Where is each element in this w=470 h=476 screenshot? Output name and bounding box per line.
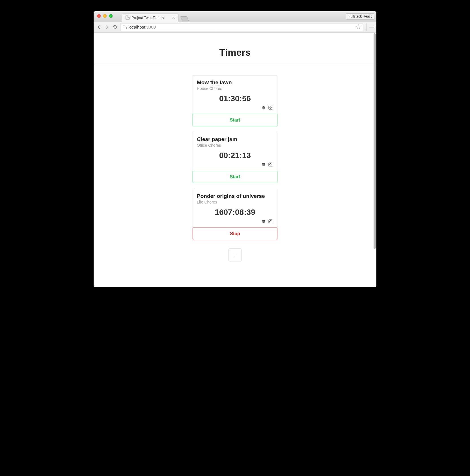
edit-icon[interactable] <box>268 105 273 111</box>
trash-icon[interactable] <box>261 105 266 111</box>
timer-list: Mow the lawnHouse Chores01:30:56StartCle… <box>193 75 277 240</box>
file-icon <box>123 25 127 29</box>
browser-window: Project Two: Timers × Fullstack React lo… <box>94 11 376 287</box>
menu-button[interactable] <box>366 23 374 31</box>
timer-project: Office Chores <box>197 143 273 148</box>
svg-rect-0 <box>269 106 272 109</box>
timer-title: Mow the lawn <box>197 79 273 86</box>
browser-tab[interactable]: Project Two: Timers × <box>122 14 178 21</box>
trash-icon[interactable] <box>261 219 266 225</box>
timer-card: Ponder origins of universeLife Chores160… <box>193 189 277 240</box>
reload-button[interactable] <box>112 25 117 30</box>
forward-button[interactable] <box>104 25 109 30</box>
new-tab-button[interactable] <box>180 16 189 21</box>
url-host: localhost <box>128 25 145 29</box>
edit-icon[interactable] <box>268 219 273 225</box>
svg-rect-1 <box>269 163 272 166</box>
plus-icon: + <box>233 251 237 259</box>
timer-elapsed: 1607:08:39 <box>197 208 273 217</box>
bookmark-star-icon[interactable] <box>356 24 361 30</box>
back-button[interactable] <box>96 25 102 30</box>
edit-icon[interactable] <box>268 162 273 168</box>
browser-toolbar: localhost:3000 <box>94 21 376 33</box>
page-header: Timers <box>94 33 376 64</box>
timer-project: Life Chores <box>197 200 273 204</box>
browser-titlebar: Project Two: Timers × Fullstack React <box>94 11 376 21</box>
start-button[interactable]: Start <box>193 171 277 183</box>
address-bar[interactable]: localhost:3000 <box>120 23 363 31</box>
trash-icon[interactable] <box>261 162 266 168</box>
svg-rect-2 <box>269 220 272 223</box>
file-icon <box>126 16 130 20</box>
scrollbar[interactable] <box>374 33 376 287</box>
timer-elapsed: 01:30:56 <box>197 94 273 103</box>
timer-card: Clear paper jamOffice Chores00:21:13Star… <box>193 132 277 183</box>
timer-card: Mow the lawnHouse Chores01:30:56Start <box>193 75 277 126</box>
page-title: Timers <box>94 47 376 58</box>
start-button[interactable]: Start <box>193 114 277 126</box>
tab-title: Project Two: Timers <box>131 16 164 20</box>
url-port: :3000 <box>145 25 156 29</box>
window-minimize-button[interactable] <box>103 14 107 18</box>
window-close-button[interactable] <box>97 14 101 18</box>
window-maximize-button[interactable] <box>109 14 113 18</box>
timer-elapsed: 00:21:13 <box>197 151 273 160</box>
window-controls <box>97 14 113 18</box>
add-timer-button[interactable]: + <box>228 248 242 261</box>
timer-project: House Chores <box>197 86 273 91</box>
timer-title: Clear paper jam <box>197 136 273 142</box>
page-content: Timers Mow the lawnHouse Chores01:30:56S… <box>94 33 376 287</box>
close-tab-icon[interactable]: × <box>172 16 175 20</box>
extension-button[interactable]: Fullstack React <box>346 13 374 20</box>
timer-title: Ponder origins of universe <box>197 193 273 199</box>
scrollbar-thumb[interactable] <box>374 33 376 249</box>
stop-button[interactable]: Stop <box>193 228 277 240</box>
